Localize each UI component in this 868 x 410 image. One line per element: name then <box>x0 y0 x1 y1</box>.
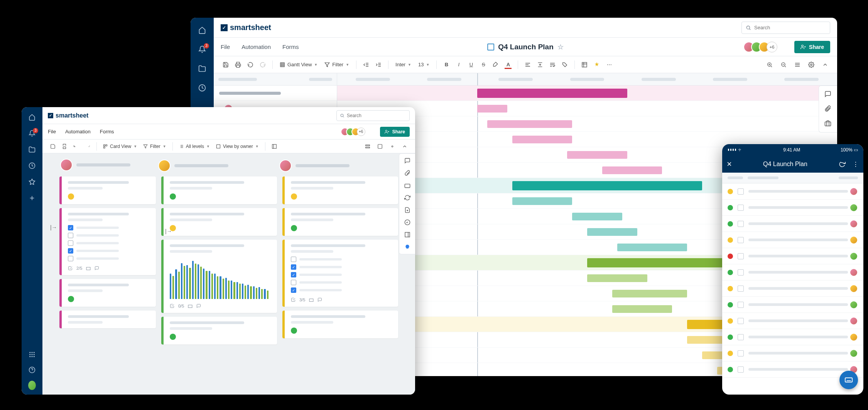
lane-owner-avatar[interactable] <box>158 160 171 172</box>
indent-handle-icon[interactable]: |→ <box>165 228 172 234</box>
menu-forms[interactable]: Forms <box>100 129 114 134</box>
mobile-row[interactable] <box>722 200 863 216</box>
refresh-icon[interactable] <box>404 195 410 201</box>
italic-icon[interactable]: I <box>454 60 464 70</box>
mobile-row[interactable] <box>722 248 863 264</box>
assignee-avatar[interactable] <box>849 333 858 341</box>
viewby-selector[interactable]: View by owner▼ <box>214 141 261 151</box>
outdent-icon[interactable] <box>361 60 371 70</box>
assignee-avatar[interactable] <box>849 187 858 196</box>
card[interactable] <box>59 176 156 204</box>
indent-handle-icon[interactable]: |→ <box>50 224 57 230</box>
settings-icon[interactable] <box>387 141 397 151</box>
format-icon[interactable] <box>560 60 570 70</box>
gantt-summary-row[interactable] <box>337 86 837 101</box>
checkbox[interactable] <box>68 240 73 246</box>
undo-icon[interactable] <box>245 60 255 70</box>
mobile-row[interactable] <box>722 183 863 200</box>
lane-header[interactable] <box>63 158 130 172</box>
assignee-avatar[interactable] <box>849 252 858 260</box>
conditional-icon[interactable] <box>579 60 589 70</box>
card[interactable] <box>59 311 156 328</box>
help-icon[interactable] <box>28 366 36 374</box>
assignee-avatar[interactable] <box>849 349 858 358</box>
card[interactable] <box>282 208 398 236</box>
more-icon[interactable]: ⋯ <box>604 60 614 70</box>
checkbox[interactable]: ✓ <box>68 225 73 230</box>
profile-avatar[interactable] <box>28 381 36 389</box>
card[interactable] <box>59 279 156 307</box>
lane-owner-avatar[interactable] <box>279 160 292 172</box>
mobile-row[interactable] <box>722 216 863 232</box>
mobile-row[interactable] <box>722 281 863 297</box>
comments-icon[interactable] <box>824 91 832 98</box>
avatar-overflow[interactable]: +6 <box>357 128 365 136</box>
bold-icon[interactable]: B <box>441 60 451 70</box>
avatar-overflow[interactable]: +6 <box>767 42 777 52</box>
bell-icon[interactable]: 3 <box>28 129 36 137</box>
menu-file[interactable]: File <box>48 129 56 134</box>
layout-icon[interactable] <box>269 141 279 151</box>
search-field[interactable] <box>754 25 826 30</box>
align-icon[interactable] <box>523 60 533 70</box>
baseline-icon[interactable] <box>792 60 802 70</box>
wrap-icon[interactable] <box>547 60 557 70</box>
document-title-text[interactable]: Q4 Launch Plan <box>498 43 554 51</box>
checkbox[interactable]: ✓ <box>291 272 296 277</box>
print-icon[interactable] <box>59 141 69 151</box>
undo-icon[interactable] <box>71 141 81 151</box>
mobile-row[interactable] <box>722 232 863 248</box>
card[interactable]: 0/5 <box>161 240 277 313</box>
collapse-icon[interactable] <box>820 60 830 70</box>
settings-icon[interactable] <box>806 60 816 70</box>
bell-icon[interactable]: 3 <box>198 45 207 54</box>
redo-icon[interactable] <box>83 141 93 151</box>
home-icon[interactable] <box>28 113 36 121</box>
zoom-out-icon[interactable] <box>778 60 789 70</box>
home-icon[interactable] <box>198 25 207 35</box>
mobile-row[interactable] <box>722 329 863 345</box>
highlight-icon[interactable] <box>592 60 602 70</box>
checkbox[interactable]: ✓ <box>68 248 73 254</box>
collaborator-avatars[interactable]: +6 <box>344 128 365 136</box>
refresh-icon[interactable] <box>839 161 846 168</box>
assignee-avatar[interactable] <box>849 268 858 277</box>
assignee-avatar[interactable] <box>849 220 858 228</box>
mobile-row[interactable] <box>722 264 863 281</box>
card-board[interactable]: ✓✓2/5|→0/5|→✓✓✓3/5 <box>42 153 415 395</box>
card[interactable] <box>282 176 398 204</box>
menu-file[interactable]: File <box>221 44 230 50</box>
menu-forms[interactable]: Forms <box>282 44 299 50</box>
levels-selector[interactable]: All levels▼ <box>177 141 212 151</box>
assignee-avatar[interactable] <box>849 236 858 244</box>
indent-icon[interactable] <box>373 60 383 70</box>
collapse-icon[interactable] <box>400 141 410 151</box>
recent-icon[interactable] <box>28 162 36 170</box>
card[interactable] <box>161 317 277 344</box>
checkbox[interactable] <box>68 233 73 238</box>
apps-icon[interactable] <box>28 351 36 358</box>
compact-icon[interactable] <box>363 141 373 151</box>
share-button[interactable]: Share <box>794 41 830 53</box>
card[interactable]: ✓✓2/5 <box>59 208 156 275</box>
valign-icon[interactable] <box>535 60 545 70</box>
task-summary-row[interactable] <box>214 86 337 101</box>
attachments-icon[interactable] <box>824 105 832 113</box>
comments-icon[interactable] <box>404 158 410 164</box>
text-color-icon[interactable]: A <box>503 60 513 70</box>
search-input[interactable] <box>741 22 830 34</box>
card[interactable] <box>282 311 398 338</box>
star-icon[interactable] <box>28 178 36 186</box>
checkbox[interactable] <box>68 256 73 261</box>
file-add-icon[interactable] <box>404 207 410 213</box>
print-icon[interactable] <box>233 60 243 70</box>
menu-automation[interactable]: Automation <box>65 129 91 134</box>
mobile-row[interactable] <box>722 297 863 313</box>
card-icon[interactable] <box>375 141 385 151</box>
folder-icon[interactable] <box>28 146 36 153</box>
briefcase-icon[interactable] <box>404 182 410 188</box>
underline-icon[interactable]: U <box>466 60 476 70</box>
assignee-avatar[interactable] <box>849 203 858 212</box>
filter-button[interactable]: Filter▼ <box>141 141 169 151</box>
redo-icon[interactable] <box>258 60 268 70</box>
